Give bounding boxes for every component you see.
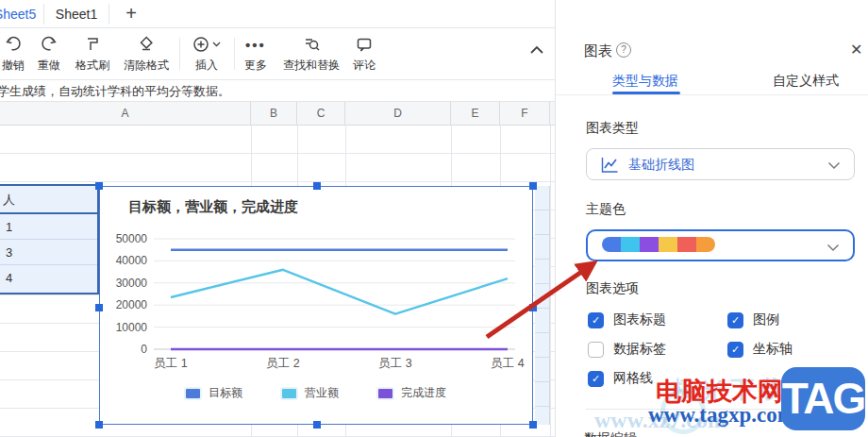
chart-options-grid: 图表标题 图例 数据标签 坐标轴 网格线 — [588, 311, 793, 387]
legend-swatch — [186, 389, 200, 398]
svg-text:员工 4: 员工 4 — [491, 357, 524, 370]
legend-item: 目标额 — [186, 385, 242, 401]
chart-legend: 目标额营业额完成进度 — [100, 385, 532, 401]
comment-icon — [344, 34, 384, 55]
chart-type-dropdown[interactable]: 基础折线图 — [586, 148, 855, 180]
selection-handle[interactable] — [313, 421, 321, 429]
more-icon: ••• — [236, 34, 275, 55]
checkbox[interactable] — [588, 312, 604, 328]
chevron-down-icon — [827, 161, 841, 170]
selection-handle[interactable] — [313, 182, 321, 190]
selection-handle[interactable] — [95, 304, 103, 311]
active-tab-underline — [612, 92, 680, 94]
selection-handle[interactable] — [529, 182, 537, 190]
column-header-b[interactable]: B — [251, 102, 297, 125]
column-header-c[interactable]: C — [297, 102, 345, 125]
theme-color-label: 主题色 — [586, 201, 626, 218]
tab-custom-style[interactable]: 自定义样式 — [773, 73, 839, 90]
checkbox[interactable] — [727, 312, 743, 328]
line-chart-icon — [600, 157, 619, 174]
chart-source-range[interactable]: 人 1 3 4 — [0, 184, 99, 294]
svg-text:员工 1: 员工 1 — [154, 357, 187, 370]
clear-format-icon — [113, 34, 179, 55]
help-icon[interactable]: ? — [616, 42, 631, 58]
checkbox[interactable] — [588, 371, 604, 387]
chart-settings-panel: 图表 ? ✕ 类型与数据 自定义样式 图表类型 基础折线图 主题色 图表选项 图… — [555, 0, 868, 437]
toolbar: 撤销 重做 格式刷 清除格式 插入 ••• 更多 — [0, 28, 555, 80]
insert-button[interactable]: 插入 — [185, 34, 228, 74]
range-cell: 1 — [0, 214, 97, 240]
more-button[interactable]: ••• 更多 — [236, 34, 275, 74]
chart-type-label: 图表类型 — [586, 120, 639, 137]
comment-button[interactable]: 评论 — [344, 34, 384, 74]
insert-icon — [185, 34, 228, 55]
column-header-row: A B C D E F — [0, 102, 555, 126]
next-section-label: 数据编辑 — [584, 430, 637, 437]
legend-swatch — [378, 389, 392, 398]
find-replace-icon — [280, 34, 342, 55]
tab-sheet5[interactable]: Sheet5 — [0, 0, 43, 27]
format-painter-button[interactable]: 格式刷 — [66, 34, 119, 74]
range-cell: 人 — [0, 186, 97, 214]
chart-options-label: 图表选项 — [586, 280, 639, 297]
range-cell: 4 — [0, 265, 97, 291]
chart-type-value: 基础折线图 — [628, 157, 694, 174]
option-gridlines[interactable]: 网格线 — [588, 370, 727, 387]
option-legend[interactable]: 图例 — [727, 311, 793, 328]
selection-handle[interactable] — [529, 304, 537, 311]
svg-text:30000: 30000 — [116, 277, 148, 290]
option-data-labels[interactable]: 数据标签 — [588, 341, 727, 358]
section-divider — [586, 409, 855, 410]
legend-swatch — [282, 389, 296, 398]
svg-text:0: 0 — [141, 343, 147, 356]
redo-icon — [26, 34, 72, 55]
redo-button[interactable]: 重做 — [26, 34, 72, 74]
option-chart-title[interactable]: 图表标题 — [588, 311, 727, 328]
theme-color-strip — [602, 237, 715, 252]
column-header-e[interactable]: E — [451, 102, 500, 125]
panel-title: 图表 — [584, 42, 612, 60]
collapse-toolbar-button[interactable] — [526, 40, 547, 64]
column-header-f[interactable]: F — [500, 102, 550, 125]
tab-type-and-data[interactable]: 类型与数据 — [612, 73, 678, 90]
add-sheet-button[interactable]: + — [117, 0, 145, 27]
chevron-down-icon — [826, 244, 840, 252]
selection-handle[interactable] — [95, 182, 103, 190]
collapse-chevron-icon — [526, 40, 547, 60]
legend-item: 完成进度 — [378, 385, 446, 401]
description-bar[interactable]: 学生成绩，自动统计学科的平均分等数据。 — [0, 80, 555, 102]
column-header-a[interactable]: A — [0, 102, 251, 125]
svg-text:员工 2: 员工 2 — [266, 357, 299, 370]
find-replace-button[interactable]: 查找和替换 — [280, 34, 342, 74]
source-range-sliver — [535, 186, 550, 425]
close-icon[interactable]: ✕ — [850, 41, 862, 59]
selection-handle[interactable] — [529, 421, 537, 429]
checkbox[interactable] — [727, 342, 743, 358]
description-text: 学生成绩，自动统计学科的平均分等数据。 — [0, 83, 230, 100]
format-painter-icon — [66, 34, 119, 55]
clear-format-button[interactable]: 清除格式 — [113, 34, 179, 74]
tab-sheet1[interactable]: Sheet1 — [44, 0, 108, 27]
svg-text:20000: 20000 — [116, 298, 148, 311]
sheet-tab-bar: Sheet5 Sheet1 + — [0, 0, 555, 28]
checkbox[interactable] — [588, 342, 604, 358]
svg-text:员工 3: 员工 3 — [378, 357, 411, 370]
column-header-d[interactable]: D — [345, 102, 451, 125]
svg-text:40000: 40000 — [116, 254, 148, 267]
range-cell: 3 — [0, 240, 97, 265]
selection-handle[interactable] — [95, 421, 103, 429]
svg-text:50000: 50000 — [116, 232, 148, 245]
chart-object[interactable]: 目标额，营业额，完成进度 01000020000300004000050000员… — [99, 186, 533, 425]
legend-item: 营业额 — [282, 385, 339, 401]
theme-color-dropdown[interactable] — [586, 229, 855, 261]
option-axes[interactable]: 坐标轴 — [727, 341, 793, 358]
svg-text:10000: 10000 — [116, 321, 148, 334]
